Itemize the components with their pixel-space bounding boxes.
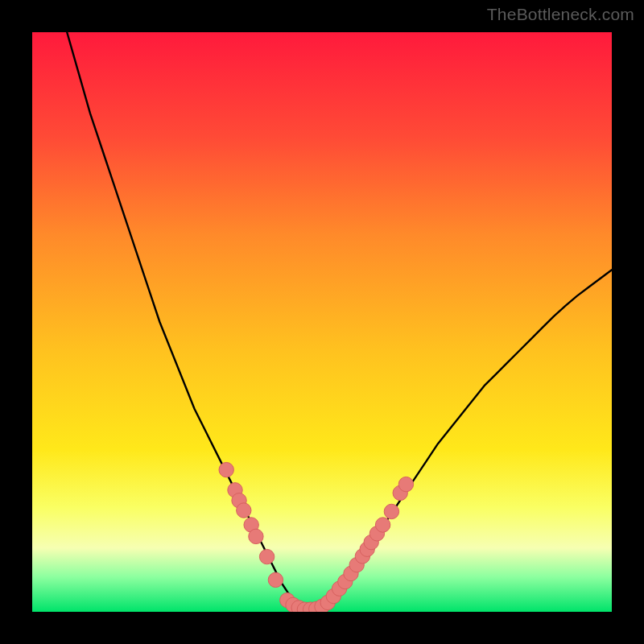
curve-marker	[219, 462, 233, 477]
chart-svg	[32, 32, 612, 612]
chart-plot-area	[32, 32, 612, 612]
curve-marker	[259, 549, 274, 564]
curve-markers	[219, 462, 414, 612]
bottleneck-curve	[67, 32, 612, 609]
curve-marker	[268, 572, 283, 587]
curve-marker	[249, 529, 263, 543]
watermark-text: TheBottleneck.com	[487, 5, 634, 24]
curve-marker	[375, 518, 390, 532]
curve-marker	[398, 477, 413, 491]
curve-marker	[384, 504, 398, 518]
chart-frame: TheBottleneck.com	[0, 0, 644, 644]
curve-marker	[237, 503, 251, 518]
